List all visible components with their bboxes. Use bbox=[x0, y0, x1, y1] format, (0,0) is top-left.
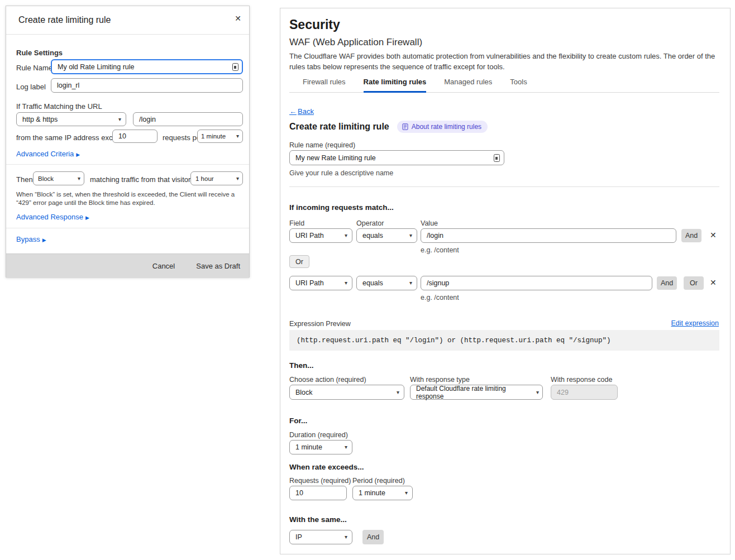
tab-firewall-rules[interactable]: Firewall rules bbox=[303, 78, 346, 93]
block-note: When “Block” is set, when the threshold … bbox=[16, 190, 240, 207]
remove-row-icon[interactable]: ✕ bbox=[710, 231, 717, 239]
rule-name-label: Rule name (required) bbox=[289, 141, 355, 149]
page-title: Security bbox=[289, 17, 340, 32]
url-field-wrap bbox=[133, 112, 243, 126]
or-button[interactable]: Or bbox=[684, 276, 704, 290]
advanced-response-link[interactable]: Advanced Response▶ bbox=[16, 213, 89, 221]
value-help: e.g. /content bbox=[421, 294, 459, 301]
response-code-label: With response code bbox=[551, 376, 612, 384]
response-type-select[interactable]: Default Cloudflare rate limiting respons… bbox=[410, 385, 543, 400]
requests-input[interactable] bbox=[112, 130, 157, 143]
traffic-match-label: If Traffic Matching the URL bbox=[16, 102, 102, 111]
value-input[interactable] bbox=[421, 228, 676, 243]
chevron-down-icon: ▾ bbox=[345, 280, 347, 286]
dialog-title: Create rate limiting rule bbox=[18, 15, 111, 25]
characteristic-select[interactable]: IP ▾ bbox=[289, 530, 352, 544]
chevron-down-icon: ▾ bbox=[118, 117, 121, 122]
rule-name-input[interactable] bbox=[51, 59, 243, 74]
divider bbox=[6, 228, 249, 228]
and-button[interactable]: And bbox=[681, 229, 701, 242]
action-select[interactable]: Block ▾ bbox=[289, 385, 404, 400]
chevron-down-icon: ▾ bbox=[236, 133, 239, 139]
legacy-rate-limit-dialog: Create rate limiting rule ✕ Rule Setting… bbox=[6, 6, 250, 277]
back-link[interactable]: ←Back bbox=[289, 107, 314, 116]
chevron-down-icon: ▾ bbox=[345, 233, 347, 238]
duration-select[interactable]: 1 minute ▾ bbox=[289, 440, 352, 454]
match-section-title: If incoming requests match... bbox=[289, 203, 394, 212]
operator-select[interactable]: equals ▾ bbox=[356, 228, 417, 243]
chevron-down-icon: ▾ bbox=[409, 233, 412, 238]
value-field-wrap bbox=[421, 276, 652, 290]
dialog-footer: Cancel Save as Draft bbox=[6, 253, 249, 278]
autofill-icon bbox=[232, 63, 238, 71]
chevron-down-icon: ▾ bbox=[397, 390, 399, 395]
tab-rate-limiting-rules[interactable]: Rate limiting rules bbox=[364, 78, 427, 93]
chevron-down-icon: ▾ bbox=[536, 390, 539, 395]
add-characteristic-and-button[interactable]: And bbox=[362, 530, 384, 544]
form-title-row: Create rate limiting rule About rate lim… bbox=[289, 121, 488, 133]
operator-column-label: Operator bbox=[356, 219, 384, 227]
close-icon[interactable]: ✕ bbox=[235, 14, 241, 23]
tab-managed-rules[interactable]: Managed rules bbox=[444, 78, 492, 93]
chevron-right-icon: ▶ bbox=[42, 237, 46, 243]
document-icon bbox=[402, 123, 408, 130]
then-suffix-label: matching traffic from that visitor for bbox=[90, 175, 201, 184]
rule-name-field-wrap bbox=[51, 59, 243, 74]
divider bbox=[289, 186, 719, 187]
waf-security-panel: Security WAF (Web Application Firewall) … bbox=[280, 8, 731, 554]
waf-tabs: Firewall rules Rate limiting rules Manag… bbox=[289, 78, 719, 93]
duration-label: Duration (required) bbox=[289, 431, 348, 439]
field-select[interactable]: URI Path ▾ bbox=[289, 228, 352, 243]
log-label: Log label bbox=[16, 83, 46, 91]
cancel-button[interactable]: Cancel bbox=[152, 262, 175, 270]
rule-name-input[interactable] bbox=[289, 150, 504, 165]
arrow-left-icon: ← bbox=[289, 107, 297, 116]
page-subtitle: WAF (Web Application Firewall) bbox=[289, 37, 422, 48]
chevron-right-icon: ▶ bbox=[85, 215, 89, 221]
requests-label: Requests (required) bbox=[289, 477, 351, 485]
field-select[interactable]: URI Path ▾ bbox=[289, 276, 352, 290]
and-button[interactable]: And bbox=[657, 276, 677, 290]
tab-tools[interactable]: Tools bbox=[510, 78, 527, 93]
period-label: Period (required) bbox=[352, 477, 405, 485]
value-input[interactable] bbox=[421, 276, 652, 290]
requests-input[interactable] bbox=[289, 486, 347, 500]
log-field-wrap bbox=[51, 78, 243, 93]
period-select[interactable]: 1 minute ▾ bbox=[197, 130, 243, 143]
action-select[interactable]: Block ▾ bbox=[33, 171, 84, 185]
expression-preview-label: Expression Preview bbox=[289, 320, 351, 328]
rule-name-help: Give your rule a descriptive name bbox=[289, 169, 393, 177]
scheme-select[interactable]: http & https ▾ bbox=[16, 112, 126, 126]
edit-expression-link[interactable]: Edit expression bbox=[671, 319, 719, 327]
chevron-down-icon: ▾ bbox=[345, 444, 347, 450]
rule-name-field-wrap bbox=[289, 150, 504, 165]
save-draft-button[interactable]: Save as Draft bbox=[196, 262, 240, 270]
for-section-title: For... bbox=[289, 417, 307, 425]
operator-select[interactable]: equals ▾ bbox=[356, 276, 417, 290]
requests-field-wrap bbox=[112, 130, 157, 143]
value-help: e.g. /content bbox=[421, 246, 459, 254]
rate-section-title: When rate exceeds... bbox=[289, 463, 364, 471]
log-label-input[interactable] bbox=[51, 78, 243, 93]
advanced-criteria-link[interactable]: Advanced Criteria▶ bbox=[16, 150, 80, 158]
or-connector-button[interactable]: Or bbox=[289, 255, 309, 268]
about-rate-limiting-badge[interactable]: About rate limiting rules bbox=[397, 121, 488, 133]
url-input[interactable] bbox=[133, 112, 243, 126]
value-field-wrap bbox=[421, 228, 676, 243]
chevron-right-icon: ▶ bbox=[76, 152, 80, 157]
exceeds-prefix-label: from the same IP address exceeds bbox=[16, 133, 128, 142]
bypass-link[interactable]: Bypass▶ bbox=[16, 235, 46, 243]
expression-preview-box: (http.request.uri.path eq "/login") or (… bbox=[289, 330, 719, 351]
expression-code: (http.request.uri.path eq "/login") or (… bbox=[297, 337, 611, 344]
rate-period-select[interactable]: 1 minute ▾ bbox=[352, 486, 413, 500]
chevron-down-icon: ▾ bbox=[236, 176, 239, 181]
then-label: Then bbox=[16, 175, 33, 184]
same-section-title: With the same... bbox=[289, 515, 347, 524]
chevron-down-icon: ▾ bbox=[345, 534, 347, 540]
rule-settings-heading: Rule Settings bbox=[16, 49, 63, 57]
choose-action-label: Choose action (required) bbox=[289, 376, 366, 384]
requests-field-wrap bbox=[289, 486, 347, 500]
remove-row-icon[interactable]: ✕ bbox=[710, 279, 717, 286]
block-duration-select[interactable]: 1 hour ▾ bbox=[190, 171, 243, 185]
form-title: Create rate limiting rule bbox=[289, 122, 389, 132]
